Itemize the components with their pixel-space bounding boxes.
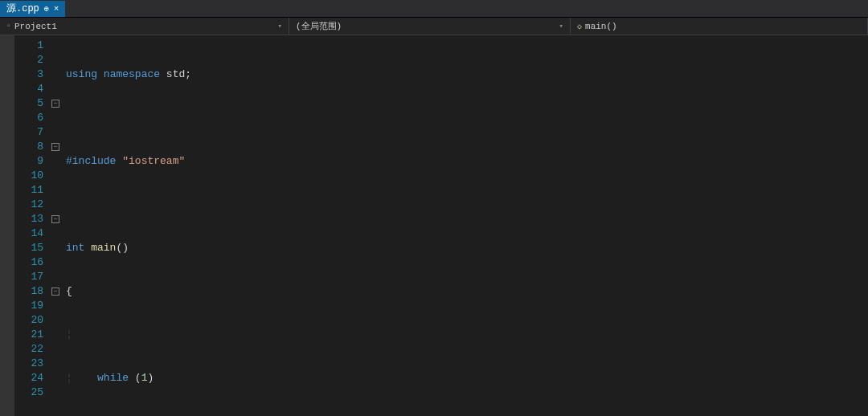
fold-toggle[interactable]: −	[51, 215, 59, 223]
fold-toggle[interactable]: −	[51, 288, 59, 296]
function-selector[interactable]: ◇ main()	[571, 18, 868, 35]
close-icon[interactable]: ×	[54, 4, 59, 14]
tab-bar: 源.cpp ⊕ ×	[0, 0, 868, 18]
indicator-margin	[0, 35, 14, 416]
line-number: 13	[18, 212, 43, 226]
navigation-bar: ▫ Project1 ▾ (全局范围) ▾ ◇ main()	[0, 18, 868, 35]
line-number: 18	[18, 284, 43, 299]
line-number: 1	[18, 39, 43, 53]
project-icon: ▫	[6, 22, 11, 31]
line-number: 10	[18, 169, 43, 183]
line-number: 7	[18, 125, 43, 140]
project-selector[interactable]: ▫ Project1 ▾	[0, 18, 289, 35]
line-number: 8	[18, 140, 43, 154]
line-number: 15	[18, 241, 43, 255]
file-tab[interactable]: 源.cpp ⊕ ×	[0, 1, 65, 17]
fold-toggle[interactable]: −	[51, 143, 59, 151]
chevron-down-icon: ▾	[278, 22, 282, 31]
code-editor[interactable]: 1 2 3 4 5 6 7 8 9 10 11 12 13 14 15 16 1…	[0, 35, 868, 416]
line-number: 23	[18, 357, 43, 371]
fold-toggle[interactable]: −	[51, 100, 59, 108]
line-number: 19	[18, 299, 43, 313]
pin-icon[interactable]: ⊕	[44, 4, 49, 14]
scope-label: (全局范围)	[296, 20, 342, 32]
code-line	[66, 111, 868, 125]
line-number: 9	[18, 154, 43, 169]
chevron-down-icon: ▾	[559, 22, 563, 31]
code-line: #include "iostream"	[66, 154, 868, 169]
line-number: 14	[18, 226, 43, 241]
line-gutter: 1 2 3 4 5 6 7 8 9 10 11 12 13 14 15 16 1…	[14, 35, 51, 416]
tab-label: 源.cpp	[6, 2, 39, 15]
line-number: 4	[18, 82, 43, 96]
code-line: ¦ while (1)	[66, 371, 868, 385]
function-name: main()	[585, 22, 617, 31]
line-number: 2	[18, 53, 43, 67]
function-icon: ◇	[577, 22, 582, 31]
project-name: Project1	[14, 22, 57, 31]
scope-selector[interactable]: (全局范围) ▾	[289, 18, 571, 35]
line-number: 25	[18, 385, 43, 400]
code-line	[66, 198, 868, 212]
code-line: int main()	[66, 241, 868, 255]
line-number: 12	[18, 198, 43, 212]
code-line: ¦	[66, 328, 868, 342]
line-number: 21	[18, 328, 43, 342]
fold-column: − − − −	[51, 35, 63, 416]
line-number: 20	[18, 313, 43, 328]
line-number: 16	[18, 255, 43, 270]
line-number: 11	[18, 183, 43, 198]
code-line: {	[66, 284, 868, 299]
code-area[interactable]: using namespace std; #include "iostream"…	[63, 35, 868, 416]
line-number: 22	[18, 342, 43, 357]
code-line: using namespace std;	[66, 67, 868, 82]
line-number: 3	[18, 67, 43, 82]
line-number: 5	[18, 96, 43, 111]
line-number: 6	[18, 111, 43, 125]
line-number: 24	[18, 371, 43, 385]
line-number: 17	[18, 270, 43, 284]
